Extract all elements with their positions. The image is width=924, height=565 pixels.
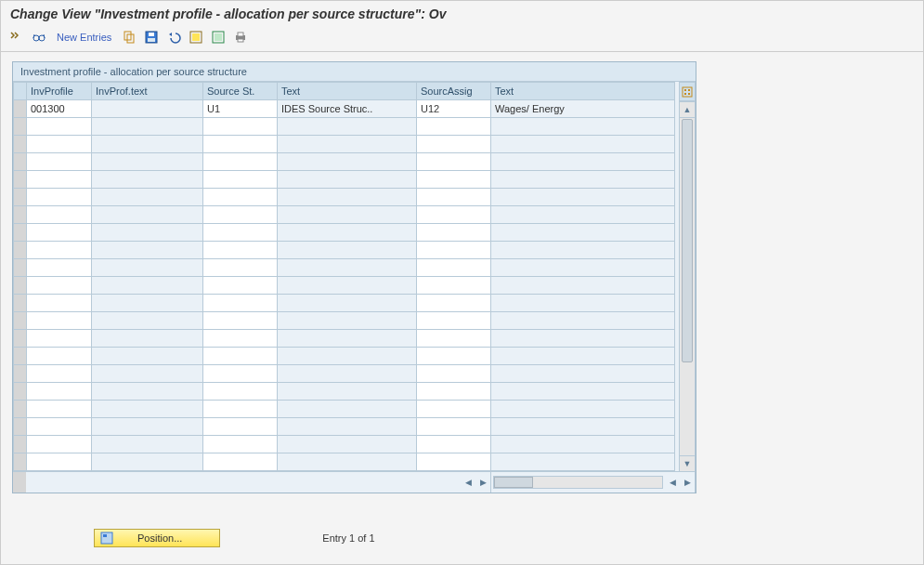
cell-sourcassig[interactable]	[417, 453, 491, 471]
cell-sourcest[interactable]: U1	[203, 100, 278, 118]
table-row[interactable]	[14, 418, 675, 436]
cell-sourcest[interactable]	[203, 312, 278, 330]
cell-sourcassig[interactable]	[417, 418, 491, 436]
row-selector[interactable]	[14, 277, 27, 295]
row-selector[interactable]	[14, 348, 27, 365]
cell-sourcassig[interactable]	[417, 295, 491, 312]
table-row[interactable]	[14, 330, 675, 348]
copy-icon[interactable]	[121, 29, 137, 46]
table-settings-icon[interactable]	[679, 82, 696, 101]
cell-sourcest[interactable]	[203, 136, 278, 153]
row-selector[interactable]	[14, 365, 27, 383]
cell-sourcest[interactable]	[203, 330, 278, 348]
row-selector[interactable]	[14, 206, 27, 224]
row-selector[interactable]	[14, 295, 27, 312]
col-invprofile[interactable]: InvProfile	[27, 83, 92, 100]
cell-invprofile[interactable]	[27, 418, 92, 436]
cell-sourcassig[interactable]	[417, 153, 491, 171]
cell-sourcest[interactable]	[203, 295, 278, 312]
hscroll-left-prev-icon[interactable]: ◀	[461, 472, 475, 493]
hscroll-right-prev-icon[interactable]: ◀	[665, 472, 680, 493]
cell-invprofile[interactable]	[27, 189, 92, 206]
cell-sourcassig[interactable]: U12	[417, 100, 491, 118]
cell-sourcest[interactable]	[203, 206, 278, 224]
cell-invprofile[interactable]	[27, 365, 92, 383]
cell-invprofile[interactable]	[27, 348, 92, 365]
cell-invprofile[interactable]	[27, 312, 92, 330]
table-row[interactable]	[14, 277, 675, 295]
new-entries-button[interactable]: New Entries	[53, 32, 115, 43]
cell-invprofile[interactable]	[27, 206, 92, 224]
print-icon[interactable]	[232, 29, 249, 46]
cell-sourcest[interactable]	[203, 259, 278, 277]
col-sourcassig[interactable]: SourcAssig	[417, 83, 491, 100]
deselect-all-icon[interactable]	[210, 29, 227, 46]
cell-invprofile[interactable]	[27, 118, 92, 136]
row-selector[interactable]	[14, 100, 27, 118]
cell-sourcassig[interactable]	[417, 136, 491, 153]
table-row[interactable]	[14, 259, 675, 277]
table-row[interactable]	[14, 171, 675, 189]
cell-sourcassig[interactable]	[417, 224, 491, 242]
vertical-scrollbar[interactable]: ▲ ▼	[679, 101, 696, 472]
cell-invprofile[interactable]	[27, 295, 92, 312]
cell-sourcassig[interactable]	[417, 118, 491, 136]
table-row[interactable]	[14, 136, 675, 153]
cell-sourcest[interactable]	[203, 171, 278, 189]
row-selector[interactable]	[14, 153, 27, 171]
row-selector[interactable]	[14, 242, 27, 259]
cell-invprofile[interactable]	[27, 383, 92, 401]
cell-sourcassig[interactable]	[417, 436, 491, 453]
row-selector[interactable]	[14, 171, 27, 189]
row-selector[interactable]	[14, 189, 27, 206]
undo-icon[interactable]	[165, 29, 182, 46]
scroll-thumb[interactable]	[682, 119, 693, 362]
table-row[interactable]	[14, 348, 675, 365]
cell-sourcassig[interactable]	[417, 383, 491, 401]
cell-invprofile[interactable]	[27, 277, 92, 295]
cell-invprofile[interactable]	[27, 136, 92, 153]
position-button[interactable]: Position...	[94, 529, 220, 547]
cell-sourcassig[interactable]	[417, 242, 491, 259]
table-row[interactable]	[14, 242, 675, 259]
table-row[interactable]	[14, 153, 675, 171]
row-selector[interactable]	[14, 224, 27, 242]
row-selector[interactable]	[14, 136, 27, 153]
row-selector[interactable]	[14, 383, 27, 401]
cell-sourcest[interactable]	[203, 401, 278, 418]
cell-invprofile[interactable]	[27, 242, 92, 259]
cell-invprofile[interactable]	[27, 171, 92, 189]
cell-invprofile[interactable]	[27, 436, 92, 453]
table-row[interactable]	[14, 189, 675, 206]
table-row[interactable]	[14, 401, 675, 418]
table-row[interactable]	[14, 312, 675, 330]
cell-sourcest[interactable]	[203, 418, 278, 436]
cell-sourcassig[interactable]	[417, 171, 491, 189]
toggle-view-icon[interactable]	[8, 29, 25, 46]
table-row[interactable]	[14, 224, 675, 242]
table-row[interactable]	[14, 383, 675, 401]
cell-sourcest[interactable]	[203, 153, 278, 171]
row-selector[interactable]	[14, 453, 27, 471]
hscroll-left-next-icon[interactable]: ▶	[475, 472, 490, 493]
table-row[interactable]	[14, 206, 675, 224]
col-sourcest[interactable]: Source St.	[203, 83, 278, 100]
cell-invprofile[interactable]	[27, 453, 92, 471]
row-selector[interactable]	[14, 312, 27, 330]
table-row[interactable]: 001300U1IDES Source Struc..U12Wages/ Ene…	[14, 100, 675, 118]
row-selector-header[interactable]	[14, 83, 27, 100]
scroll-up-icon[interactable]: ▲	[680, 102, 695, 118]
row-selector[interactable]	[14, 330, 27, 348]
hscroll-left[interactable]: ◀ ▶	[26, 472, 491, 493]
cell-sourcest[interactable]	[203, 365, 278, 383]
cell-sourcassig[interactable]	[417, 189, 491, 206]
cell-sourcassig[interactable]	[417, 401, 491, 418]
cell-invprofile[interactable]	[27, 401, 92, 418]
hscroll-right[interactable]: ◀ ▶	[491, 472, 696, 493]
cell-invprofile[interactable]	[27, 153, 92, 171]
cell-sourcassig[interactable]	[417, 348, 491, 365]
cell-sourcest[interactable]	[203, 118, 278, 136]
row-selector[interactable]	[14, 259, 27, 277]
cell-sourcassig[interactable]	[417, 312, 491, 330]
col-text2[interactable]: Text	[491, 83, 675, 100]
